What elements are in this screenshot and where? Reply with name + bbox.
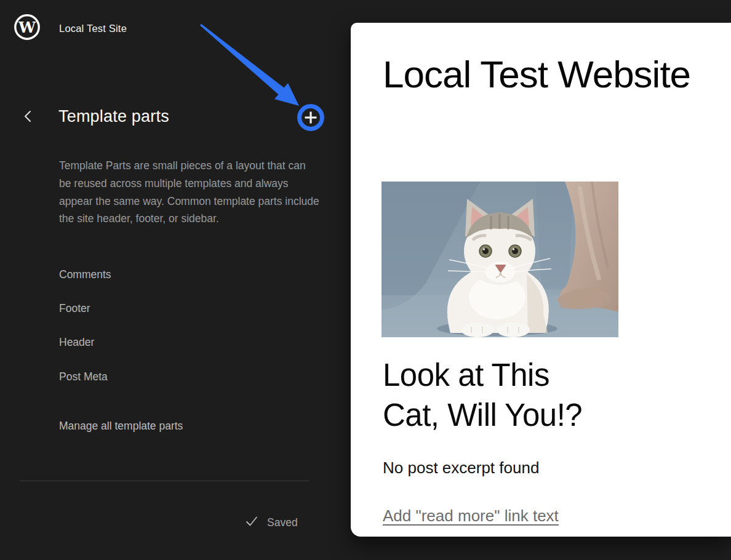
add-template-part-button[interactable] (297, 104, 324, 131)
canvas-content: Local Test Website (351, 23, 731, 537)
wordpress-logo-button[interactable]: W (14, 14, 41, 41)
site-name-label: Local Test Site (59, 23, 127, 34)
kitten-photo-illustration (381, 182, 618, 337)
sidebar-item-header[interactable]: Header (59, 336, 94, 349)
wordpress-logo-icon: W (14, 33, 41, 42)
site-title-heading: Local Test Website (383, 52, 690, 96)
panel-title: Template parts (58, 107, 169, 126)
save-status-label: Saved (267, 516, 298, 529)
post-title-line-2: Cat, Will You!? (383, 395, 582, 435)
read-more-link-placeholder[interactable]: Add "read more" link text (383, 506, 559, 526)
sidebar-item-comments[interactable]: Comments (59, 268, 111, 281)
svg-text:W: W (18, 18, 36, 36)
template-parts-description: Template Parts are small pieces of a lay… (59, 157, 320, 228)
chevron-left-icon (21, 108, 34, 126)
back-button[interactable] (18, 108, 37, 126)
sidebar-item-post-meta[interactable]: Post Meta (59, 370, 108, 383)
sidebar-item-footer[interactable]: Footer (59, 302, 90, 315)
check-icon (245, 514, 258, 530)
post-title-heading: Look at This Cat, Will You!? (383, 355, 582, 435)
sidebar-footer-divider (20, 481, 309, 481)
manage-all-template-parts-link[interactable]: Manage all template parts (59, 420, 183, 433)
editor-canvas[interactable]: Local Test Website (351, 23, 731, 537)
annotation-arrow-icon (0, 0, 345, 160)
plus-circle-icon (297, 124, 324, 133)
post-featured-image[interactable] (381, 182, 618, 337)
post-excerpt-placeholder: No post excerpt found (383, 458, 539, 478)
save-status: Saved (245, 514, 298, 530)
post-title-line-1: Look at This (383, 355, 582, 395)
